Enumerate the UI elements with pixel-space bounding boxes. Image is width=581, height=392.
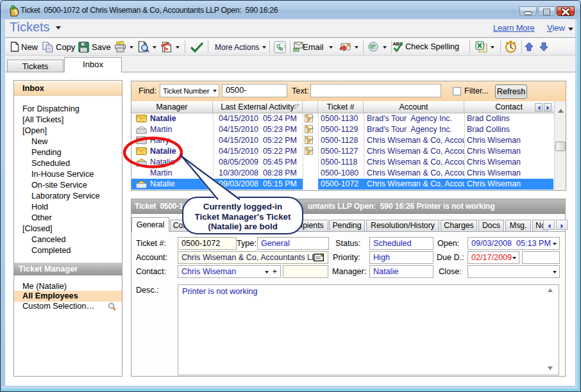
svg-text:B: B — [280, 46, 283, 52]
